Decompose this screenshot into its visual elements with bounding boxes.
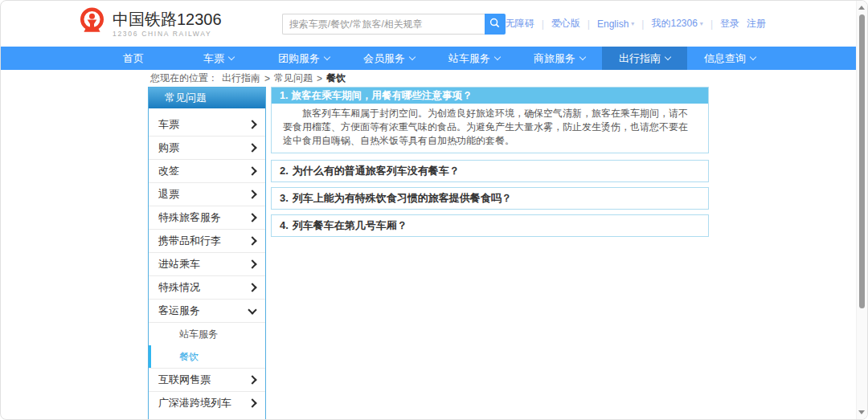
sidebar-title: 常见问题 [149,88,265,108]
chevron-right-icon [248,120,256,128]
breadcrumb-travel-guide[interactable]: 出行指南 [222,71,260,85]
vertical-scrollbar[interactable] [856,1,867,419]
sidebar-item-ticket-purchase[interactable]: 购票 [149,136,265,159]
nav-item-group-service[interactable]: 团购服务 [261,47,346,70]
faq-question-2[interactable]: 2. 为什么有的普通旅客列车没有餐车？ [271,160,709,182]
header-links: 无障碍 | 爱心版 | English▾ | 我的12306▾ | 登录 注册 [506,17,766,31]
browser-viewport: 中国铁路12306 12306 CHINA RAILWAY 无障碍 [0,0,868,420]
logo-subtitle: 12306 CHINA RAILWAY [113,30,222,38]
faq-answer-1: 旅客列车车厢属于封闭空间。为创造良好旅途环境，确保空气清新，旅客在乘车期间，请不… [272,104,708,153]
sidebar-item-special-situations[interactable]: 特殊情况 [149,275,265,299]
sidebar-item-boarding[interactable]: 进站乘车 [149,252,265,275]
faq-question-3[interactable]: 3. 列车上能为有特殊饮食习惯的旅客提供餐食吗？ [271,187,709,210]
sidebar-item-tickets[interactable]: 车票 [149,113,265,136]
sidebar-item-special-passenger-service[interactable]: 特殊旅客服务 [149,206,265,229]
link-divider: | [542,18,544,30]
breadcrumb-current: 餐饮 [326,71,346,85]
search-box [282,14,506,35]
chevron-down-icon [579,54,586,60]
scrollbar-thumb[interactable] [859,14,865,308]
sidebar-item-passenger-service[interactable]: 客运服务 [149,299,265,322]
sidebar-item-internet-ticketing[interactable]: 互联网售票 [149,368,265,391]
faq-question-text: 为什么有的普通旅客列车没有餐车？ [293,161,460,181]
page: 中国铁路12306 12306 CHINA RAILWAY 无障碍 [1,1,856,419]
faq-number: 3. [280,188,289,209]
china-railway-emblem-icon [77,6,107,42]
care-version-link[interactable]: 爱心版 [551,17,580,31]
login-link[interactable]: 登录 [720,17,739,31]
search-button[interactable] [485,14,506,35]
scroll-down-arrow-icon[interactable] [858,410,865,414]
faq-item-expanded: 1. 旅客在乘车期间，用餐有哪些注意事项？ 旅客列车车厢属于封闭空间。为创造良好… [271,87,709,153]
nav-item-business-travel[interactable]: 商旅服务 [517,47,602,70]
nav-item-travel-guide[interactable]: 出行指南 [602,47,687,70]
chevron-right-icon [248,375,256,384]
chevron-down-icon: ▾ [700,20,703,27]
chevron-down-icon [409,54,416,60]
faq-question-text: 旅客在乘车期间，用餐有哪些注意事项？ [291,88,472,104]
main-nav: 首页 车票 团购服务 会员服务 站车服务 商旅服务 出行指南 信息查询 [1,47,856,70]
chevron-right-icon [248,143,256,152]
chevron-down-icon [494,54,501,60]
breadcrumb-faq[interactable]: 常见问题 [274,71,313,85]
breadcrumb-separator: > [264,73,270,84]
sidebar-list: 车票 购票 改签 退票 特殊旅客服务 携带品和行李 进站乘车 特殊情况 客运服务… [149,108,265,414]
search-icon [489,18,500,31]
faq-question-4[interactable]: 4. 列车餐车在第几号车厢？ [271,214,709,237]
chevron-down-icon [248,305,256,314]
chevron-right-icon [248,213,256,222]
sidebar-item-luggage[interactable]: 携带品和行李 [149,229,265,252]
faq-number: 2. [280,161,289,181]
link-divider: | [641,18,644,30]
nav-item-station-train-service[interactable]: 站车服务 [432,47,517,70]
sidebar-subitem-dining[interactable]: 餐饮 [149,345,265,368]
chevron-down-icon [750,54,756,60]
site-header: 中国铁路12306 12306 CHINA RAILWAY 无障碍 [1,1,856,47]
my-12306-link[interactable]: 我的12306▾ [651,17,702,31]
chevron-right-icon [248,259,256,268]
accessibility-link[interactable]: 无障碍 [506,17,534,31]
register-link[interactable]: 注册 [747,17,766,31]
faq-number: 1. [280,88,288,104]
link-divider: | [588,18,590,30]
chevron-right-icon [248,166,256,175]
site-logo[interactable]: 中国铁路12306 12306 CHINA RAILWAY [77,6,277,42]
english-link[interactable]: English▾ [597,18,634,30]
chevron-down-icon [665,54,671,60]
faq-number: 4. [280,215,289,236]
faq-question-text: 列车餐车在第几号车厢？ [293,215,407,236]
nav-item-tickets[interactable]: 车票 [176,47,261,70]
faq-question-1[interactable]: 1. 旅客在乘车期间，用餐有哪些注意事项？ [272,88,708,104]
chevron-down-icon [228,54,235,60]
breadcrumb-label: 您现在的位置： [150,71,218,85]
sidebar-subitem-station-train-service[interactable]: 站车服务 [149,322,265,345]
nav-item-info-query[interactable]: 信息查询 [687,47,772,70]
sidebar-item-gz-sz-hk-cross-border[interactable]: 广深港跨境列车 [149,391,265,414]
sidebar-item-rebooking[interactable]: 改签 [149,159,265,182]
nav-item-member-service[interactable]: 会员服务 [346,47,432,70]
search-input[interactable] [282,14,485,35]
chevron-down-icon: ▾ [631,20,634,27]
scroll-up-arrow-icon[interactable] [858,6,865,10]
chevron-right-icon [248,190,256,198]
logo-text: 中国铁路12306 12306 CHINA RAILWAY [113,10,222,38]
faq-question-text: 列车上能为有特殊饮食习惯的旅客提供餐食吗？ [293,188,512,209]
sidebar-item-refund[interactable]: 退票 [149,182,265,206]
logo-title: 中国铁路12306 [113,10,222,28]
nav-item-home[interactable]: 首页 [91,47,176,70]
breadcrumb: 您现在的位置： 出行指南 > 常见问题 > 餐饮 [1,70,856,87]
chevron-right-icon [248,398,256,407]
link-divider: | [710,18,713,30]
main-area: 常见问题 车票 购票 改签 退票 特殊旅客服务 携带品和行李 进站乘车 特殊情况… [1,87,856,420]
chevron-right-icon [248,236,256,245]
faq-content: 1. 旅客在乘车期间，用餐有哪些注意事项？ 旅客列车车厢属于封闭空间。为创造良好… [271,87,709,237]
chevron-down-icon [324,54,330,60]
chevron-right-icon [248,283,256,292]
faq-sidebar: 常见问题 车票 购票 改签 退票 特殊旅客服务 携带品和行李 进站乘车 特殊情况… [148,87,266,420]
breadcrumb-separator: > [317,73,322,84]
